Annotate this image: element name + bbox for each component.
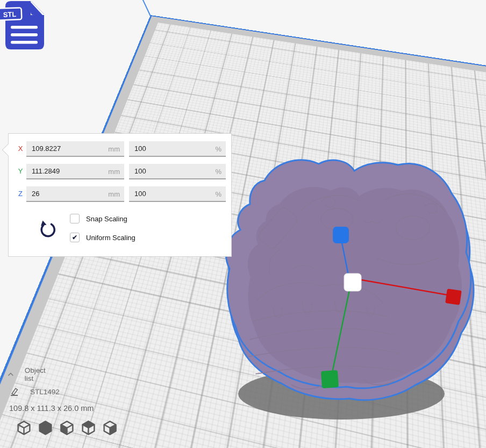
view-left-button[interactable] (59, 420, 75, 436)
3d-viewport[interactable]: STL X mm % Y mm % (0, 0, 486, 448)
stl-file-icon: STL (0, 0, 48, 54)
reset-scale-button[interactable] (37, 219, 58, 240)
object-list-item[interactable]: STL1492 (10, 387, 60, 396)
view-top-icon (81, 420, 96, 436)
y-scale-handle[interactable] (321, 370, 339, 388)
stl-badge: STL (0, 8, 22, 20)
x-size-input[interactable] (26, 141, 124, 156)
view-right-icon (102, 420, 118, 436)
view-3d-icon (16, 420, 32, 436)
object-list-label: Object list (25, 366, 48, 382)
uniform-scaling-checkbox[interactable]: ✔ (70, 233, 80, 242)
pencil-icon (10, 387, 19, 396)
view-left-icon (59, 420, 75, 436)
object-item-name: STL1492 (30, 388, 60, 396)
view-front-button[interactable] (38, 420, 53, 436)
z-percent-input[interactable] (129, 186, 226, 201)
view-top-button[interactable] (81, 420, 96, 436)
view-3d-button[interactable] (16, 420, 32, 436)
y-axis-label: Y (17, 167, 24, 175)
svg-text:STL: STL (3, 10, 16, 19)
snap-scaling-checkbox[interactable] (70, 214, 80, 223)
z-size-input[interactable] (26, 186, 124, 201)
model-dimensions-text: 109.8 x 111.3 x 26.0 mm (9, 404, 94, 413)
center-scale-handle[interactable] (344, 273, 361, 291)
snap-scaling-label: Snap Scaling (86, 215, 127, 223)
z-axis-label: Z (17, 190, 24, 198)
view-right-button[interactable] (102, 420, 118, 436)
build-volume-edge (142, 0, 151, 16)
y-size-input[interactable] (26, 164, 124, 178)
x-percent-input[interactable] (129, 141, 226, 156)
chevron-up-icon (8, 372, 14, 377)
z-scale-handle[interactable] (333, 227, 349, 243)
view-preset-toolbar (16, 420, 118, 436)
reset-icon (38, 219, 57, 239)
y-percent-input[interactable] (129, 164, 226, 178)
scale-tool-panel: X mm % Y mm % Z mm (8, 133, 232, 257)
view-front-icon (38, 420, 53, 436)
object-list-toggle[interactable]: Object list (8, 366, 48, 382)
x-scale-handle[interactable] (445, 288, 461, 305)
uniform-scaling-label: Uniform Scaling (86, 234, 135, 242)
x-axis-label: X (17, 144, 24, 153)
